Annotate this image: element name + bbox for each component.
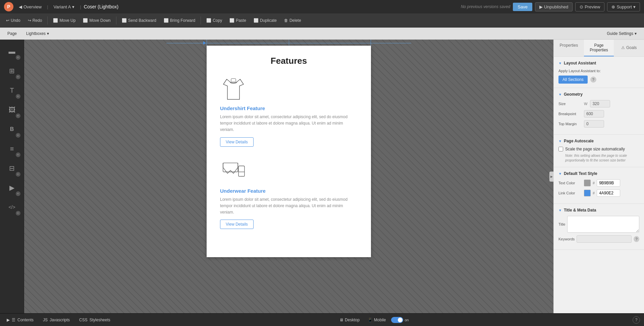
apply-label: Apply Layout Assistant to:	[558, 69, 639, 73]
right-panel: Properties Page Properties ⚠ Goals ▼ Lay…	[553, 40, 644, 313]
guide-marker	[203, 41, 206, 45]
duplicate-button[interactable]: ⬜ Duplicate	[250, 16, 280, 25]
send-backward-button[interactable]: ⬜ Send Backward	[118, 16, 160, 25]
right-collapse-button[interactable]: ▶	[549, 172, 553, 182]
svg-rect-2	[238, 166, 245, 176]
tab-goals[interactable]: ⚠ Goals	[614, 40, 644, 56]
qr-icon: ⊞	[9, 67, 15, 75]
text-icon: T	[10, 87, 14, 94]
layout-assistant-help-button[interactable]: ?	[590, 77, 596, 83]
tab-page-properties[interactable]: Page Properties	[584, 40, 614, 56]
toggle-track[interactable]	[391, 317, 403, 323]
page-heading: Features	[220, 56, 358, 66]
mobile-button[interactable]: 📱 Mobile	[365, 316, 388, 324]
overview-button[interactable]: ◀ Overview	[16, 3, 44, 11]
video-icon: ▶	[9, 184, 14, 192]
bring-forward-button[interactable]: ⬜ Bring Forward	[160, 16, 199, 25]
lightboxes-dropdown[interactable]: Lightboxes ▾	[23, 30, 52, 38]
breakpoint-input[interactable]	[584, 110, 604, 118]
contents-button[interactable]: ▶ ☰ Contents	[4, 316, 36, 324]
canvas-background: Features Undershirt Feature Lorem ipsum …	[24, 40, 553, 313]
button-icon: B	[10, 126, 14, 132]
w-label: W	[584, 102, 587, 106]
delete-button[interactable]: 🗑 Delete	[281, 16, 305, 25]
page-name: Coser (Lightbox)	[84, 4, 119, 9]
feature2-details-button[interactable]: View Details	[220, 220, 254, 229]
feature1-details-button[interactable]: View Details	[220, 137, 254, 147]
copy-button[interactable]: ⬜ Copy	[203, 16, 225, 25]
unpublished-button[interactable]: ▶ Unpublished	[535, 2, 573, 11]
tab-properties[interactable]: Properties	[554, 40, 584, 56]
bottom-bar: ▶ ☰ Contents JS Javascripts CSS Styleshe…	[0, 313, 644, 326]
sidebar-item-qr[interactable]: ⊞ +	[3, 62, 21, 80]
toggle-knob	[398, 318, 402, 322]
underwear-icon	[220, 157, 247, 187]
geometry-header[interactable]: ▼ Geometry	[558, 92, 639, 97]
preview-button[interactable]: ⊙ Preview	[575, 2, 604, 11]
all-sections-button[interactable]: All Sections	[558, 76, 588, 84]
text-color-input[interactable]	[597, 179, 620, 187]
sidebar-item-table[interactable]: ⊟ +	[3, 159, 21, 177]
top-navigation: P ◀ Overview | Variant A ▾ | Coser (Ligh…	[0, 0, 644, 13]
logo-icon[interactable]: P	[4, 2, 13, 11]
sidebar-item-video[interactable]: ▶ +	[3, 179, 21, 197]
variant-button[interactable]: Variant A ▾	[51, 3, 77, 11]
move-up-button[interactable]: ⬜ Move Up	[50, 16, 79, 25]
toggle-state: on	[405, 318, 409, 322]
canvas-area: Features Undershirt Feature Lorem ipsum …	[24, 40, 553, 313]
code-icon: </>	[8, 204, 15, 210]
save-button[interactable]: Save	[513, 3, 532, 11]
autoscale-arrow: ▼	[558, 139, 562, 143]
panel-tabs: Properties Page Properties ⚠ Goals	[554, 40, 644, 57]
page-tab[interactable]: Page	[4, 30, 20, 38]
sidebar-item-text[interactable]: T +	[3, 81, 21, 99]
layout-assistant-header[interactable]: ▼ Layout Assistant	[558, 61, 639, 65]
sidebar-item-form[interactable]: ≡ +	[3, 140, 21, 158]
section-icon: ▬	[9, 48, 15, 55]
title-meta-section: ▼ Title & Meta Data Title Keywords ?	[554, 204, 644, 250]
title-meta-arrow: ▼	[558, 208, 562, 212]
sidebar-item-button[interactable]: B +	[3, 120, 21, 138]
feature2-desc: Lorem ipsum dolor sit amet, consectetur …	[220, 196, 358, 216]
text-style-arrow: ▼	[558, 172, 562, 176]
text-color-swatch[interactable]	[584, 180, 591, 186]
title-label: Title	[558, 222, 565, 226]
keywords-help-button[interactable]: ?	[634, 236, 639, 242]
desktop-button[interactable]: 🖥 Desktop	[337, 316, 362, 324]
keywords-input[interactable]	[577, 235, 632, 243]
toolbar: ↩ Undo ↪ Redo ⬜ Move Up ⬜ Move Down ⬜ Se…	[0, 13, 644, 28]
link-color-input[interactable]	[597, 189, 620, 197]
link-color-swatch[interactable]	[584, 190, 591, 196]
default-text-style-header[interactable]: ▼ Default Text Style	[558, 171, 639, 176]
undo-button[interactable]: ↩ Undo	[3, 16, 24, 25]
move-down-button[interactable]: ⬜ Move Down	[79, 16, 114, 25]
page-autoscale-section: ▼ Page Autoscale Scale the page size aut…	[554, 135, 644, 167]
redo-button[interactable]: ↪ Redo	[24, 16, 46, 25]
help-button[interactable]: ?	[633, 316, 640, 324]
mobile-toggle[interactable]: on	[391, 317, 409, 323]
page-autoscale-header[interactable]: ▼ Page Autoscale	[558, 139, 639, 143]
guide-settings-button[interactable]: Guide Settings ▾	[603, 30, 640, 38]
javascripts-button[interactable]: JS Javascripts	[40, 316, 72, 324]
layout-assistant-section: ▼ Layout Assistant Apply Layout Assistan…	[554, 57, 644, 88]
table-icon: ⊟	[9, 164, 15, 172]
top-margin-label: Top Margin	[558, 122, 582, 126]
top-margin-input[interactable]	[584, 120, 604, 128]
autoscale-note: Note: this setting allows the page to sc…	[558, 153, 639, 163]
autoscale-label: Scale the page size automatically	[565, 147, 625, 151]
sidebar-item-code[interactable]: </> +	[3, 198, 21, 216]
paste-button[interactable]: ⬜ Paste	[226, 16, 250, 25]
title-input[interactable]	[567, 216, 639, 233]
main-area: ▬ + ⊞ + T + 🖼 + B + ≡ + ⊟ + ▶ +	[0, 40, 644, 313]
text-color-label: Text Color	[558, 181, 582, 185]
sidebar-item-image[interactable]: 🖼 +	[3, 101, 21, 119]
autoscale-checkbox[interactable]	[558, 147, 563, 151]
geometry-section: ▼ Geometry Size W Breakpoint Top Margin	[554, 88, 644, 135]
size-w-input[interactable]	[590, 100, 610, 107]
stylesheets-button[interactable]: CSS Stylesheets	[76, 316, 113, 324]
image-icon: 🖼	[9, 106, 15, 114]
title-meta-header[interactable]: ▼ Title & Meta Data	[558, 208, 639, 213]
geometry-arrow: ▼	[558, 93, 562, 96]
support-button[interactable]: ⊕ Support ▾	[607, 2, 640, 11]
sidebar-item-section[interactable]: ▬ +	[3, 42, 21, 60]
